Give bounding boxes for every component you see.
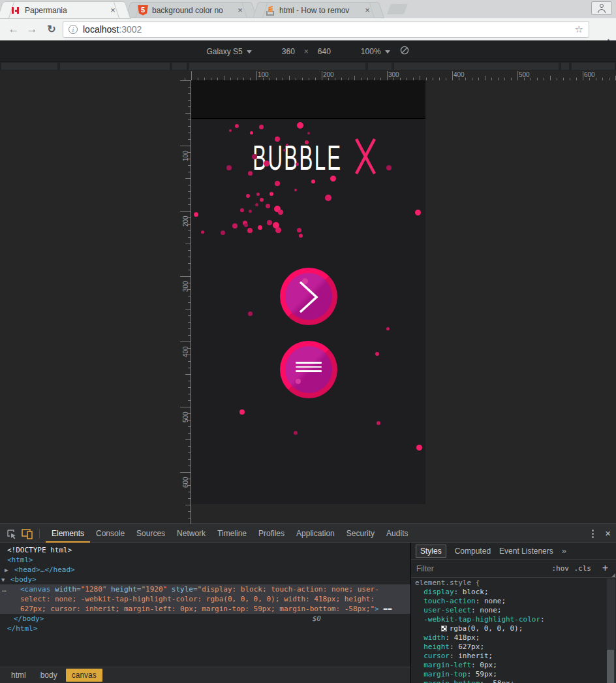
viewport-top-strip: [191, 80, 425, 119]
device-width-field[interactable]: 360: [282, 47, 295, 56]
devtools-tab-sources[interactable]: Sources: [131, 525, 171, 543]
close-icon[interactable]: ×: [108, 6, 117, 15]
css-property[interactable]: margin-bottom: -58px;: [415, 679, 607, 683]
game-bubble: [229, 129, 232, 132]
url-text[interactable]: localhost:3002: [83, 24, 142, 35]
devtools-close-icon[interactable]: ×: [605, 528, 611, 539]
devtools-tab-security[interactable]: Security: [341, 525, 380, 543]
devtools-menu-dots-icon[interactable]: [592, 530, 594, 538]
devtools-tab-audits[interactable]: Audits: [380, 525, 414, 543]
devtools-tab-elements[interactable]: Elements: [46, 525, 90, 543]
toggle-class-button[interactable]: .cls: [574, 564, 592, 573]
game-bubble: [325, 195, 331, 201]
game-bubble: [275, 181, 280, 186]
game-bubble: [246, 194, 250, 198]
game-title: BUBBLE: [191, 138, 425, 178]
devtools-tab-bar: ElementsConsoleSourcesNetworkTimelinePro…: [0, 525, 616, 543]
css-property[interactable]: touch-action: none;: [415, 597, 607, 606]
scrollbar-thumb[interactable]: [607, 650, 614, 683]
toolbar-separator: [39, 529, 40, 539]
devtools-tab-profiles[interactable]: Profiles: [253, 525, 290, 543]
tab-title: Papermania: [25, 6, 108, 15]
styles-sidebar: Styles Computed Event Listeners » Filter…: [411, 543, 616, 683]
rotate-icon[interactable]: [399, 45, 410, 57]
breadcrumb-body[interactable]: body: [35, 669, 63, 682]
head-node[interactable]: ▶<head>…</head>: [0, 565, 410, 575]
corner-grip-icon: [611, 573, 615, 577]
tab-styles[interactable]: Styles: [416, 545, 446, 558]
star-icon[interactable]: ☆: [575, 24, 583, 35]
gutter-ellipsis-icon[interactable]: …: [2, 584, 7, 594]
game-bubble: [244, 223, 248, 227]
close-icon[interactable]: ×: [236, 6, 245, 15]
back-icon[interactable]: ←: [5, 21, 22, 38]
device-height-field[interactable]: 640: [318, 47, 331, 56]
forward-icon[interactable]: →: [23, 21, 40, 38]
game-bubble: [256, 193, 260, 196]
color-swatch[interactable]: [441, 626, 447, 631]
css-property[interactable]: rgba(0, 0, 0, 0);: [415, 624, 607, 633]
css-property[interactable]: user-select: none;: [415, 606, 607, 615]
game-viewport[interactable]: BUBBLE: [191, 80, 425, 504]
refresh-icon[interactable]: ↻: [43, 21, 60, 38]
browser-tab[interactable]: Papermania×: [5, 2, 123, 18]
devtools-tab-application[interactable]: Application: [290, 525, 341, 543]
dollar-zero-marker: $0: [313, 614, 321, 624]
menu-button[interactable]: [280, 341, 337, 398]
canvas-node-selected[interactable]: … <canvas width="1280" height="1920" sty…: [0, 584, 410, 614]
ruler-label: 300: [388, 71, 399, 78]
info-icon[interactable]: i: [69, 25, 78, 34]
game-bubble: [240, 208, 244, 212]
css-property[interactable]: cursor: inherit;: [415, 652, 607, 661]
game-bubble: [283, 149, 286, 151]
filter-input[interactable]: Filter: [416, 564, 434, 573]
breadcrumb-canvas[interactable]: canvas: [66, 669, 102, 682]
browser-tab[interactable]: 5background color no×: [132, 2, 250, 18]
css-property[interactable]: width: 418px;: [415, 633, 607, 643]
css-property[interactable]: height: 627px;: [415, 643, 607, 652]
game-bubble: [296, 163, 299, 166]
address-bar[interactable]: i localhost:3002 ☆: [63, 21, 589, 38]
styles-scrollbar[interactable]: [607, 579, 615, 683]
more-tabs-icon[interactable]: »: [562, 546, 566, 556]
html-close-node[interactable]: </html>: [0, 624, 410, 633]
css-property[interactable]: margin-top: 59px;: [415, 670, 607, 679]
game-title-word: BUBBLE: [253, 139, 342, 178]
toggle-hover-state-button[interactable]: :hov: [552, 564, 570, 573]
tab-computed[interactable]: Computed: [455, 547, 491, 556]
game-bubble: [278, 210, 283, 215]
expand-arrow-icon[interactable]: ▶: [5, 565, 8, 575]
game-bubble: [386, 327, 390, 330]
browser-toolbar: ← → ↻ i localhost:3002 ☆: [0, 18, 616, 40]
element-style-rule[interactable]: element.style { display: block; touch-ac…: [411, 579, 607, 683]
devtools-tab-console[interactable]: Console: [90, 525, 131, 543]
devtools-tab-timeline[interactable]: Timeline: [211, 525, 253, 543]
game-bubble: [221, 230, 225, 235]
browser-tab-strip: Papermania×5background color no×html - H…: [0, 0, 616, 18]
game-bubble: [294, 431, 298, 435]
device-select[interactable]: Galaxy S5: [206, 47, 251, 56]
breadcrumb-html[interactable]: html: [5, 669, 32, 682]
tab-event-listeners[interactable]: Event Listeners: [499, 547, 553, 556]
css-property[interactable]: -webkit-tap-highlight-color:: [415, 615, 607, 624]
devtools-tab-network[interactable]: Network: [171, 525, 211, 543]
body-open-node[interactable]: ▼<body>: [0, 575, 410, 584]
html-open-node[interactable]: <html>: [0, 555, 410, 565]
close-icon[interactable]: ×: [363, 6, 372, 15]
collapse-arrow-icon[interactable]: ▼: [1, 575, 5, 585]
body-close-node[interactable]: </body>$0: [0, 614, 410, 624]
game-bubble: [247, 228, 253, 233]
play-button[interactable]: [280, 268, 337, 325]
device-toolbar-icon[interactable]: [22, 528, 33, 539]
sidebar-tabs: Styles Computed Event Listeners »: [411, 543, 616, 560]
doctype-node[interactable]: <!DOCTYPE html>: [0, 545, 410, 555]
profile-icon[interactable]: [591, 1, 612, 15]
new-tab-button[interactable]: [387, 4, 408, 14]
inspect-icon[interactable]: [7, 529, 17, 539]
browser-tab[interactable]: html - How to remov×: [260, 2, 377, 18]
css-property[interactable]: display: block;: [415, 588, 607, 597]
zoom-select[interactable]: 100%: [361, 47, 390, 56]
game-bubble: [375, 352, 379, 356]
css-property[interactable]: margin-left: 0px;: [415, 661, 607, 670]
new-style-rule-icon[interactable]: +: [602, 562, 608, 574]
